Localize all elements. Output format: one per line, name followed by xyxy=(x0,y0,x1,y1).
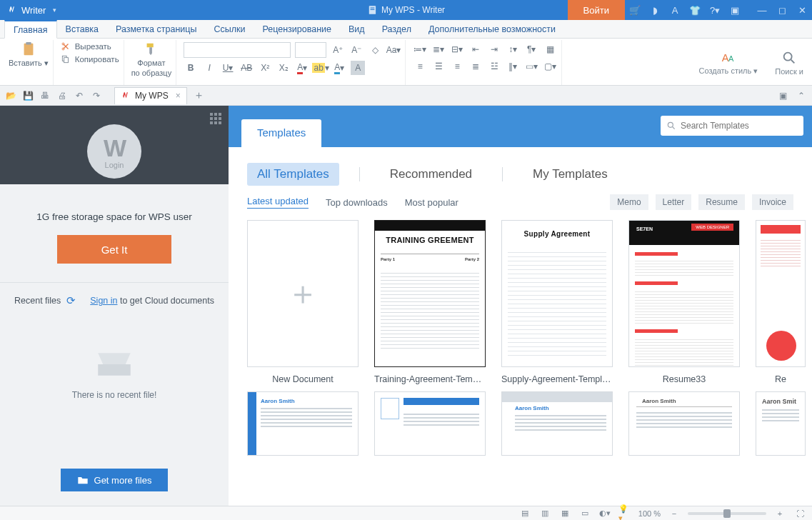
menu-section[interactable]: Раздел xyxy=(374,20,420,38)
menu-insert[interactable]: Вставка xyxy=(57,20,107,38)
line-spacing-button[interactable]: ‖▾ xyxy=(506,59,520,74)
avatar-login[interactable]: W Login xyxy=(87,124,141,179)
paste-button[interactable]: Вставить ▾ xyxy=(9,41,49,68)
close-button[interactable]: ✕ xyxy=(792,0,812,20)
tab-recommended[interactable]: Recommended xyxy=(380,163,482,186)
undo-icon[interactable]: ↶ xyxy=(73,89,86,102)
document-tab[interactable]: My WPS × xyxy=(114,87,187,104)
template-card[interactable]: Supply Agreement Supply-Agreement-Templa… xyxy=(501,220,613,384)
template-card[interactable]: ＋ New Document xyxy=(247,220,359,384)
view-print-layout-icon[interactable]: ▤ xyxy=(518,507,531,520)
search-input[interactable] xyxy=(681,121,798,131)
menu-page-layout[interactable]: Разметка страницы xyxy=(107,20,205,38)
menu-view[interactable]: Вид xyxy=(340,20,374,38)
template-card[interactable]: Aaron Smith xyxy=(501,391,613,456)
decrease-indent-button[interactable]: ⇤ xyxy=(468,42,483,56)
print-preview-icon[interactable]: 🖨 xyxy=(56,89,69,102)
new-tab-button[interactable]: ＋ xyxy=(191,88,207,104)
shading-button[interactable]: ▭▾ xyxy=(524,59,538,74)
save-icon[interactable]: 💾 xyxy=(21,89,34,102)
tab-all-templates[interactable]: All Templates xyxy=(247,163,339,186)
align-center-button[interactable]: ☰ xyxy=(431,59,446,74)
font-size-combo[interactable] xyxy=(295,42,326,58)
chip-invoice[interactable]: Invoice xyxy=(752,194,793,210)
clear-format-button[interactable]: ◇ xyxy=(368,43,382,57)
menu-home[interactable]: Главная xyxy=(4,20,57,39)
collapse-ribbon-icon[interactable]: ⌃ xyxy=(795,89,808,102)
zoom-slider[interactable] xyxy=(688,512,766,515)
night-mode-icon[interactable]: 💡▾ xyxy=(618,507,631,520)
strike-button[interactable]: AB xyxy=(239,61,254,75)
view-outline-icon[interactable]: ▦ xyxy=(558,507,571,520)
border-style-button[interactable]: ▢▾ xyxy=(543,59,557,74)
sign-in-link[interactable]: Sign in xyxy=(90,296,117,306)
justify-button[interactable]: ≣ xyxy=(468,59,483,74)
find-button[interactable]: Поиск и xyxy=(775,50,803,76)
format-painter-button[interactable]: Формат по образцу xyxy=(131,41,172,77)
template-card[interactable]: TRAINING GREEMENT Party 1Party 2 Trainin… xyxy=(374,220,486,384)
zoom-in-button[interactable]: + xyxy=(773,507,786,520)
font-name-combo[interactable] xyxy=(184,42,291,58)
align-left-button[interactable]: ≡ xyxy=(413,59,427,74)
menu-references[interactable]: Ссылки xyxy=(205,20,254,38)
view-reading-icon[interactable]: ▭ xyxy=(578,507,591,520)
eye-protect-icon[interactable]: ◐▾ xyxy=(598,507,611,520)
show-marks-button[interactable]: ¶▾ xyxy=(524,42,538,56)
sort-latest[interactable]: Latest updated xyxy=(247,196,309,209)
template-card[interactable]: Aaron Smith xyxy=(247,391,359,456)
template-card[interactable]: SE7EN WEB DESIGNER R xyxy=(628,220,740,384)
get-it-button[interactable]: Get It xyxy=(57,235,171,264)
underline-button[interactable]: U▾ xyxy=(221,61,235,75)
subscript-button[interactable]: X₂ xyxy=(276,61,291,75)
apps-grid-icon[interactable] xyxy=(210,113,221,124)
cut-button[interactable]: Вырезать xyxy=(61,41,119,51)
template-card[interactable]: Aaron Smith xyxy=(628,391,740,456)
font-icon[interactable]: A xyxy=(665,0,685,20)
sort-button[interactable]: ↕▾ xyxy=(506,42,520,56)
multilevel-button[interactable]: ⊟▾ xyxy=(450,42,464,56)
zoom-value[interactable]: 100 % xyxy=(638,509,661,518)
help-icon[interactable]: ?▾ xyxy=(705,0,725,20)
italic-button[interactable]: I xyxy=(202,61,216,75)
get-more-files-button[interactable]: Get more files xyxy=(61,469,168,491)
superscript-button[interactable]: X² xyxy=(258,61,272,75)
chip-memo[interactable]: Memo xyxy=(610,194,648,210)
grow-font-button[interactable]: A⁺ xyxy=(331,43,345,57)
zoom-out-button[interactable]: − xyxy=(668,507,681,520)
sort-top[interactable]: Top downloads xyxy=(326,197,388,208)
template-card[interactable]: Re xyxy=(756,220,806,384)
copy-button[interactable]: Копировать xyxy=(61,54,119,64)
tab-my-templates[interactable]: My Templates xyxy=(523,163,618,186)
refresh-icon[interactable]: ⟳ xyxy=(66,294,76,307)
template-card[interactable]: Aaron Smit xyxy=(756,391,806,456)
maximize-button[interactable]: ◻ xyxy=(772,0,792,20)
text-effect-button[interactable]: A▾ xyxy=(332,61,346,75)
view-web-layout-icon[interactable]: ▥ xyxy=(538,507,551,520)
font-color-button[interactable]: A▾ xyxy=(295,61,309,75)
open-icon[interactable]: 📂 xyxy=(4,89,17,102)
create-style-button[interactable]: AA Создать стиль ▾ xyxy=(699,49,758,76)
sort-popular[interactable]: Most popular xyxy=(405,197,458,208)
cart-icon[interactable]: 🛒 xyxy=(625,0,645,20)
search-templates[interactable] xyxy=(661,116,803,136)
align-right-button[interactable]: ≡ xyxy=(450,59,464,74)
bullets-button[interactable]: ≔▾ xyxy=(413,42,427,56)
numbering-button[interactable]: ≣▾ xyxy=(431,42,446,56)
app-menu[interactable]: Writer ▾ xyxy=(0,5,64,16)
template-card[interactable] xyxy=(374,391,486,456)
login-button[interactable]: Войти xyxy=(568,0,625,20)
taskpane-icon[interactable]: ▣ xyxy=(776,89,789,102)
overflow-icon[interactable]: ▣ xyxy=(725,0,745,20)
fit-page-icon[interactable]: ⛶ xyxy=(793,507,806,520)
minimize-button[interactable]: — xyxy=(752,0,772,20)
menu-extra[interactable]: Дополнительные возможности xyxy=(420,20,564,38)
tab-close-icon[interactable]: × xyxy=(176,91,181,101)
borders-button[interactable]: ▦ xyxy=(543,42,557,56)
menu-review[interactable]: Рецензирование xyxy=(254,20,340,38)
chip-resume[interactable]: Resume xyxy=(698,194,745,210)
redo-icon[interactable]: ↷ xyxy=(90,89,103,102)
distributed-button[interactable]: ☳ xyxy=(487,59,501,74)
docer-icon[interactable]: ◗ xyxy=(645,0,665,20)
chip-letter[interactable]: Letter xyxy=(656,194,692,210)
increase-indent-button[interactable]: ⇥ xyxy=(487,42,501,56)
